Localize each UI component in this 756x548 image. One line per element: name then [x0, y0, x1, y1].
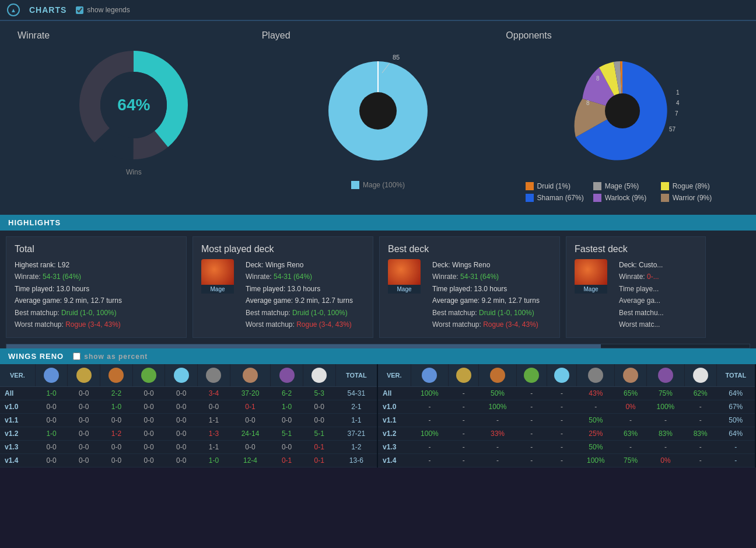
- warlock-label: Warlock (9%): [605, 194, 647, 202]
- druid-color: [526, 182, 534, 190]
- th-priest-r: [684, 364, 716, 387]
- svg-text:1: 1: [676, 89, 680, 96]
- highlights-title: HIGHLIGHTS: [8, 218, 61, 227]
- table-row: v1.2 100% - 33% - - 25% 63% 83% 83% 64%: [378, 427, 755, 441]
- best-deck-avatar: [388, 259, 421, 285]
- mage-opp-color: [593, 182, 601, 190]
- svg-text:8: 8: [596, 75, 600, 82]
- th-paladin: [68, 364, 100, 387]
- played-title: Played: [256, 30, 290, 41]
- th-total-left: TOTAL: [335, 364, 377, 387]
- scrollbar-thumb[interactable]: [6, 344, 601, 348]
- most-played-stats: Deck: Wings Reno Winrate: 54-31 (64%) Ti…: [246, 259, 353, 330]
- th-paladin-r: [449, 364, 479, 387]
- most-played-avg: Average game: 9.2 min, 12.7 turns: [246, 295, 353, 306]
- best-deck-name: Deck: Wings Reno: [432, 259, 540, 271]
- most-played-avatar: [201, 259, 234, 285]
- svg-point-9: [605, 93, 640, 128]
- fastest-deck-avg: Average ga...: [619, 295, 664, 306]
- best-deck-worst: Worst matchup: Rogue (3-4, 43%): [432, 319, 540, 330]
- show-percent-checkbox[interactable]: [73, 352, 80, 360]
- th-druid-r: [479, 364, 517, 387]
- rogue-label: Rogue (8%): [673, 182, 710, 190]
- winrate-percent: 64%: [117, 96, 150, 114]
- rogue-color: [661, 182, 669, 190]
- table-row: v1.3 0-0 0-0 0-0 0-0 0-0 1-1 0-0 0-0 0-1…: [0, 441, 377, 454]
- best-deck-avatar-label: Mage: [388, 285, 421, 294]
- table-row: All 1-0 0-0 2-2 0-0 0-0 3-4 37-20 6-2 5-…: [0, 387, 377, 400]
- best-deck-winrate: Winrate: 54-31 (64%): [432, 271, 540, 282]
- druid-label: Druid (1%): [537, 182, 570, 190]
- opponents-legend: Druid (1%) Mage (5%) Rogue (8%) Shaman (…: [526, 181, 719, 203]
- th-priest: [303, 364, 335, 387]
- shaman-label: Shaman (67%): [537, 194, 584, 202]
- th-rogue: [198, 364, 230, 387]
- svg-text:7: 7: [675, 110, 678, 117]
- fastest-deck-name: Deck: Custo...: [619, 259, 664, 271]
- show-percent-text: show as percent: [84, 352, 148, 361]
- opponents-svg: 1 4 7 57 8 8: [552, 47, 692, 175]
- show-percent-label[interactable]: show as percent: [73, 352, 148, 361]
- tables-wrapper: VER. TOTAL All 1-0: [0, 364, 756, 467]
- table-right: VER. TOTAL All 100% -: [378, 364, 756, 467]
- highlight-card-total: Total Highest rank: L92 Winrate: 54-31 (…: [6, 236, 187, 338]
- highlight-card-fastest: Fastest deck Mage Deck: Custo... Winrate…: [566, 236, 706, 338]
- charts-icon[interactable]: ▲: [7, 4, 20, 16]
- opponents-donut: 1 4 7 57 8 8: [552, 47, 692, 175]
- fastest-deck-avatar: [575, 259, 607, 285]
- show-legends-label[interactable]: show legends: [76, 6, 130, 14]
- ver-all-left: All: [0, 387, 35, 400]
- highlight-card-best: Best deck Mage Deck: Wings Reno Winrate:…: [379, 236, 560, 338]
- th-warlock: [271, 364, 303, 387]
- winrate-panel: Winrate 64% Wins: [12, 30, 256, 203]
- played-panel: Played 85 Mage (100%): [256, 30, 501, 203]
- total-winrate: Winrate: 54-31 (64%): [15, 271, 122, 282]
- th-mage-r: [547, 364, 577, 387]
- highlights-section: Total Highest rank: L92 Winrate: 54-31 (…: [0, 231, 756, 348]
- fastest-deck-best: Best matchu...: [619, 307, 664, 319]
- show-legends-checkbox[interactable]: [76, 6, 83, 14]
- mage-legend-label: Mage (100%): [363, 181, 405, 189]
- svg-point-5: [359, 92, 397, 130]
- mage-legend-color: [351, 181, 359, 189]
- best-deck-best: Best matchup: Druid (1-0, 100%): [432, 307, 540, 319]
- total-best: Best matchup: Druid (1-0, 100%): [15, 307, 122, 319]
- warlock-color: [593, 194, 601, 202]
- played-donut: 85: [314, 47, 442, 175]
- th-shaman: [35, 364, 68, 387]
- fastest-deck-stats: Deck: Custo... Winrate: 0-... Time playe…: [619, 259, 664, 330]
- th-warrior-r: [615, 364, 647, 387]
- highlights-header: HIGHLIGHTS: [0, 215, 756, 231]
- best-deck-title: Best deck: [388, 244, 551, 254]
- fastest-deck-avatar-label: Mage: [575, 285, 607, 294]
- total-avg: Average game: 9.2 min, 12.7 turns: [15, 295, 122, 306]
- table-left: VER. TOTAL All 1-0: [0, 364, 378, 467]
- played-legend: Mage (100%): [351, 180, 405, 190]
- shaman-legend: Shaman (67%): [526, 194, 584, 202]
- th-ver-left: VER.: [0, 364, 35, 387]
- fastest-deck-body: Mage Deck: Custo... Winrate: 0-... Time …: [575, 259, 697, 330]
- fastest-deck-time: Time playe...: [619, 283, 664, 295]
- svg-text:8: 8: [586, 100, 590, 106]
- th-shaman-r: [411, 364, 449, 387]
- charts-title: CHARTS: [29, 5, 66, 15]
- highlights-scroll[interactable]: Total Highest rank: L92 Winrate: 54-31 (…: [0, 236, 756, 344]
- druid-legend: Druid (1%): [526, 182, 584, 190]
- warrior-label: Warrior (9%): [673, 194, 712, 202]
- th-ver-right: VER.: [378, 364, 411, 387]
- mage-opp-label: Mage (5%): [605, 182, 639, 190]
- warlock-legend: Warlock (9%): [593, 194, 652, 202]
- total-card-title: Total: [15, 244, 178, 254]
- table-row: v1.4 - - - - - 100% 75% 0% - -: [378, 454, 755, 467]
- winrate-donut: 64%: [75, 47, 192, 163]
- wings-header: WINGS RENO show as percent: [0, 348, 756, 364]
- total-card-body: Highest rank: L92 Winrate: 54-31 (64%) T…: [15, 259, 178, 330]
- most-played-time: Time played: 13.0 hours: [246, 283, 353, 295]
- opponents-title: Opponents: [500, 30, 551, 41]
- top-header: ▲ CHARTS show legends: [0, 0, 756, 21]
- table-row: v1.1 0-0 0-0 0-0 0-0 0-0 1-1 0-0 0-0 0-0…: [0, 414, 377, 427]
- scrollbar-track[interactable]: [6, 344, 750, 348]
- th-hunter: [132, 364, 165, 387]
- svg-text:85: 85: [393, 54, 400, 61]
- most-played-worst: Worst matchup: Rogue (3-4, 43%): [246, 319, 353, 330]
